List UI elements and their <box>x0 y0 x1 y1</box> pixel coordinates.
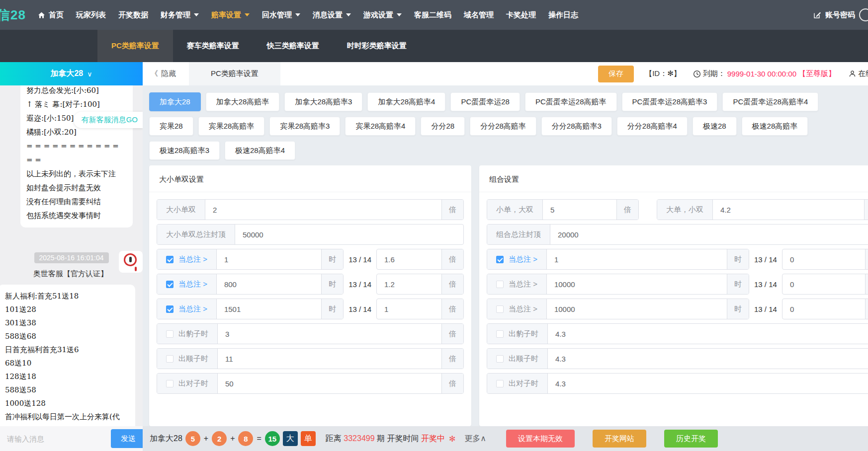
game-tab-加拿大28高赔率4[interactable]: 加拿大28高赔率4 <box>367 92 445 111</box>
value-input[interactable]: 11 <box>218 349 441 369</box>
unit-suffix: 倍 <box>441 374 463 393</box>
checkbox[interactable] <box>496 380 504 387</box>
value-input[interactable]: 1 <box>377 299 441 319</box>
home-icon <box>38 11 45 19</box>
value-input[interactable]: 0 <box>782 274 865 294</box>
checkbox[interactable] <box>166 355 174 363</box>
nav-item-玩家列表[interactable]: 玩家列表 <box>76 10 106 20</box>
nav-item-游戏设置[interactable]: 游戏设置 <box>363 10 402 20</box>
value-input[interactable]: 10000 <box>547 299 727 319</box>
nav-item-消息设置[interactable]: 消息设置 <box>313 10 351 20</box>
game-tab-加拿大28高赔率[interactable]: 加拿大28高赔率 <box>206 92 280 111</box>
customer-service-avatar[interactable] <box>119 251 143 273</box>
value-input[interactable]: 20000 <box>550 225 868 244</box>
game-tab-分分28高赔率3[interactable]: 分分28高赔率3 <box>541 117 612 136</box>
game-tab-极速28高赔率[interactable]: 极速28高赔率 <box>742 117 808 136</box>
game-tab-极速28高赔率4[interactable]: 极速28高赔率4 <box>225 141 295 160</box>
nav-item-财务管理[interactable]: 财务管理 <box>161 10 199 20</box>
value-input[interactable]: 4.3 <box>548 349 868 369</box>
game-tab-加拿大28高赔率3[interactable]: 加拿大28高赔率3 <box>284 92 362 111</box>
save-button[interactable]: 保存 <box>598 66 634 82</box>
nav-item-回水管理[interactable]: 回水管理 <box>262 10 300 20</box>
checkbox[interactable] <box>496 355 504 363</box>
checkbox[interactable] <box>166 380 174 387</box>
hide-panel-button[interactable]: 《 隐藏 <box>151 69 176 78</box>
value-input[interactable]: 5 <box>543 200 616 220</box>
checkbox[interactable] <box>166 281 174 288</box>
value-input[interactable]: 10000 <box>547 274 727 294</box>
game-tab-分分28高赔率4[interactable]: 分分28高赔率4 <box>617 117 688 136</box>
checkbox[interactable] <box>496 281 504 288</box>
game-tab-PC蛋蛋幸运28高赔率[interactable]: PC蛋蛋幸运28高赔率 <box>525 92 617 111</box>
game-tab-分分28[interactable]: 分分28 <box>421 117 465 136</box>
checkbox[interactable] <box>496 330 504 338</box>
game-tab-极速28高赔率3[interactable]: 极速28高赔率3 <box>149 141 220 160</box>
nav-item-操作日志[interactable]: 操作日志 <box>548 10 578 20</box>
send-button[interactable]: 发送 <box>111 429 146 448</box>
game-tab-极速28[interactable]: 极速28 <box>693 117 737 136</box>
subnav-tab-PC类赔率设置[interactable]: PC类赔率设置 <box>97 30 173 62</box>
nav-item-开奖数据[interactable]: 开奖数据 <box>118 10 148 20</box>
tab-pc-odds-settings[interactable]: PC类赔率设置 <box>189 62 280 85</box>
value-input[interactable]: 1 <box>217 249 321 269</box>
value-input[interactable]: 4.2 <box>713 200 864 220</box>
value-input[interactable]: 4.3 <box>548 324 868 344</box>
value-input[interactable]: 0 <box>782 299 865 319</box>
account-password-link[interactable]: 账号密码 <box>825 10 855 20</box>
value-input[interactable]: 4.3 <box>548 374 868 393</box>
value-input[interactable]: 800 <box>217 274 321 294</box>
sidebar-game-title: 加拿大28 <box>50 69 83 79</box>
value-input[interactable]: 2 <box>205 200 441 220</box>
value-input[interactable]: 1 <box>547 249 727 269</box>
footer-button-设置本期无效[interactable]: 设置本期无效 <box>506 430 575 448</box>
checkbox[interactable] <box>166 330 174 338</box>
online-info[interactable]: 在线 <box>849 69 868 78</box>
settings-panels: 大小单双设置大小单双2倍大小单双总注封顶50000当总注 >1时13 / 141… <box>143 165 868 426</box>
value-input[interactable]: 0 <box>782 249 865 269</box>
checkbox[interactable] <box>166 305 174 313</box>
value-input[interactable]: 1501 <box>217 299 321 319</box>
more-toggle[interactable]: 更多∧ <box>464 434 486 444</box>
promo-line: 128送18 <box>5 370 128 383</box>
nav-item-label: 首页 <box>49 10 64 20</box>
footer-button-开奖网站[interactable]: 开奖网站 <box>593 430 646 448</box>
value-input[interactable]: 1.2 <box>377 274 441 294</box>
new-service-message-badge[interactable]: 有新客服消息GO <box>74 112 143 128</box>
nav-item-卡奖处理[interactable]: 卡奖处理 <box>506 10 536 20</box>
checkbox[interactable] <box>496 256 504 263</box>
chat-message-input[interactable] <box>7 435 106 443</box>
edit-icon <box>813 11 821 19</box>
sidebar-game-selector[interactable]: 加拿大28 ∨ <box>0 62 143 85</box>
notice-line: 努力总会发光:[小:60] <box>26 85 127 97</box>
subnav-tab-快三类赔率设置[interactable]: 快三类赔率设置 <box>253 30 333 62</box>
game-tab-PC蛋蛋幸运28高赔率4[interactable]: PC蛋蛋幸运28高赔率4 <box>722 92 818 111</box>
form-row: 出顺子时11倍 <box>157 348 464 369</box>
threshold-group: 当总注 >800时 <box>157 274 344 295</box>
game-tab-宾果28高赔率4[interactable]: 宾果28高赔率4 <box>345 117 416 136</box>
value-input[interactable]: 50 <box>218 374 441 393</box>
nav-item-客服二维码[interactable]: 客服二维码 <box>414 10 451 20</box>
checkbox[interactable] <box>496 305 504 313</box>
row-label: 当总注 > <box>178 304 207 314</box>
value-input[interactable]: 50000 <box>235 225 463 244</box>
game-tab-PC蛋蛋幸运28[interactable]: PC蛋蛋幸运28 <box>450 92 520 111</box>
checkbox[interactable] <box>166 256 174 263</box>
subnav-tab-时时彩类赔率设置[interactable]: 时时彩类赔率设置 <box>333 30 421 62</box>
nav-item-首页[interactable]: 首页 <box>38 10 64 20</box>
game-tab-宾果28高赔率[interactable]: 宾果28高赔率 <box>198 117 265 136</box>
notice-line: 没有任何理由需要纠结 <box>26 195 127 209</box>
game-tab-分分28高赔率[interactable]: 分分28高赔率 <box>470 117 536 136</box>
subnav-tab-赛车类赔率设置[interactable]: 赛车类赔率设置 <box>173 30 253 62</box>
input-group: 大小单双总注封顶50000 <box>157 224 464 245</box>
nav-item-赔率设置[interactable]: 赔率设置 <box>211 10 250 20</box>
game-tab-加拿大28[interactable]: 加拿大28 <box>149 92 201 111</box>
avatar[interactable] <box>859 8 868 21</box>
value-input[interactable]: 1.6 <box>377 249 441 269</box>
nav-item-域名管理[interactable]: 域名管理 <box>464 10 494 20</box>
value-input[interactable]: 3 <box>218 324 441 344</box>
game-tab-宾果28[interactable]: 宾果28 <box>149 117 193 136</box>
range-count: 13 / 14 <box>754 255 777 264</box>
footer-button-历史开奖[interactable]: 历史开奖 <box>664 430 718 448</box>
game-tab-PC蛋蛋幸运28高赔率3[interactable]: PC蛋蛋幸运28高赔率3 <box>622 92 718 111</box>
game-tab-宾果28高赔率3[interactable]: 宾果28高赔率3 <box>269 117 340 136</box>
